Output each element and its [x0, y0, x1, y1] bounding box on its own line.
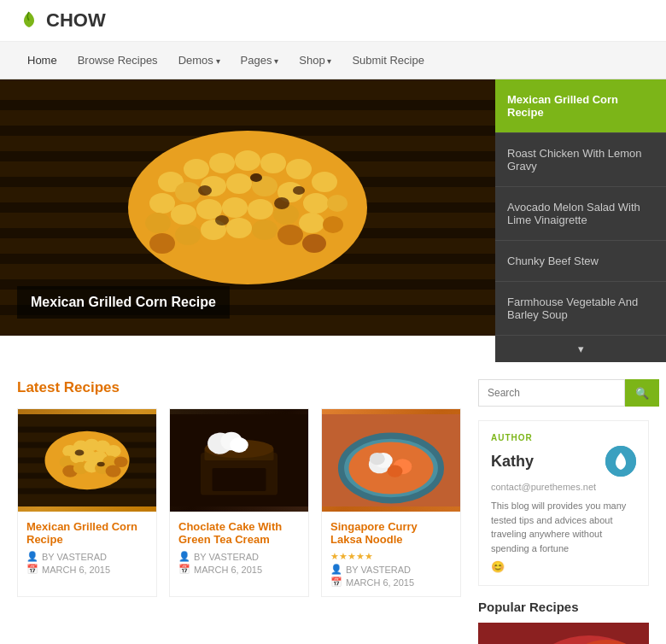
svg-point-21	[226, 173, 252, 194]
svg-point-70	[97, 462, 105, 466]
user-icon-2: 👤	[330, 564, 342, 575]
popular-recipes-title: Popular Recipes	[478, 600, 649, 614]
hero-section: Mexican Grilled Corn Recipe Mexican Gril…	[0, 79, 666, 362]
main-nav: Home Browse Recipes Demos Pages Shop Sub…	[0, 42, 666, 79]
calendar-icon-1: 📅	[178, 564, 190, 575]
author-name: Kathy	[491, 453, 534, 471]
latest-recipes-title: Latest Recipes	[17, 379, 461, 396]
hero-caption: Mexican Grilled Corn Recipe	[17, 286, 230, 319]
author-avatar	[605, 446, 636, 477]
hero-sidebar-item-2[interactable]: Avocado Melon Salad With Lime Vinaigrett…	[495, 187, 666, 241]
svg-point-16	[286, 159, 312, 179]
svg-point-27	[171, 204, 196, 225]
recipe-card-meta-2: ★★★★★ 👤 BY VASTERAD 📅 MARCH 6, 2015	[330, 551, 452, 588]
nav-browse-recipes[interactable]: Browse Recipes	[67, 42, 168, 79]
svg-point-29	[222, 197, 248, 218]
nav-home[interactable]: Home	[17, 42, 67, 79]
svg-point-39	[278, 225, 303, 245]
svg-point-44	[215, 215, 229, 225]
svg-point-41	[198, 185, 212, 196]
svg-point-42	[250, 173, 262, 182]
hero-sidebar: Mexican Grilled Corn Recipe Roast Chicke…	[495, 79, 666, 362]
svg-point-38	[252, 220, 278, 240]
svg-point-13	[209, 153, 235, 173]
svg-point-24	[303, 193, 329, 214]
recipe-date-2: 📅 MARCH 6, 2015	[330, 577, 452, 588]
svg-rect-78	[213, 468, 266, 491]
svg-point-35	[175, 225, 201, 245]
author-label: AUTHOR	[491, 433, 636, 442]
popular-card-0[interactable]: Chunky Beef Stew ★★★★★	[478, 623, 649, 644]
svg-point-68	[106, 465, 121, 477]
author-email: contact@purethemes.net	[491, 482, 636, 492]
svg-point-18	[149, 193, 175, 214]
main-content: Latest Recipes	[0, 362, 666, 644]
popular-img-svg	[478, 623, 649, 644]
svg-point-19	[175, 182, 201, 202]
svg-point-84	[370, 453, 385, 465]
svg-point-77	[230, 437, 248, 453]
svg-point-25	[327, 195, 348, 212]
recipe-author-2: 👤 BY VASTERAD	[330, 564, 452, 575]
logo[interactable]: CHOW	[17, 9, 106, 32]
svg-point-37	[226, 218, 252, 238]
header: CHOW	[0, 0, 666, 42]
svg-point-43	[274, 197, 289, 209]
recipe-card-img-2	[322, 409, 460, 512]
svg-point-45	[293, 186, 305, 195]
recipe-card-title-1[interactable]: Choclate Cake With Green Tea Cream	[178, 520, 300, 546]
svg-point-26	[145, 213, 171, 233]
recipe-card-title-2[interactable]: Singapore Curry Laksa Noodle	[330, 520, 452, 546]
recipe-author-1: 👤 BY VASTERAD	[178, 551, 300, 562]
recipe-date-0: 📅 MARCH 6, 2015	[26, 564, 148, 575]
recipe-date-1: 📅 MARCH 6, 2015	[178, 564, 300, 575]
recipe-card-meta-1: 👤 BY VASTERAD 📅 MARCH 6, 2015	[178, 551, 300, 575]
user-icon-1: 👤	[178, 551, 190, 562]
svg-point-17	[312, 172, 337, 192]
content-right: 🔍 AUTHOR Kathy contact@purethemes.net Th…	[478, 379, 649, 644]
logo-icon	[17, 9, 41, 32]
recipe-card-img-0	[18, 409, 156, 512]
recipe-card-img-1	[170, 409, 308, 512]
recipes-grid: Mexican Grilled Corn Recipe 👤 BY VASTERA…	[17, 408, 461, 597]
hero-sidebar-more[interactable]: ▾	[495, 336, 666, 362]
recipe-stars-2: ★★★★★	[330, 551, 452, 562]
svg-point-86	[388, 465, 403, 477]
svg-point-34	[149, 233, 175, 254]
nav-pages[interactable]: Pages	[231, 42, 289, 79]
svg-point-57	[106, 445, 121, 457]
recipe-card-1[interactable]: Choclate Cake With Green Tea Cream 👤 BY …	[169, 408, 309, 597]
popular-card-img-0	[478, 623, 649, 644]
calendar-icon-0: 📅	[26, 564, 38, 575]
recipe-card-body-0: Mexican Grilled Corn Recipe 👤 BY VASTERA…	[18, 512, 156, 583]
hero-sidebar-item-1[interactable]: Roast Chicken With Lemon Gravy	[495, 133, 666, 187]
recipe-card-meta-0: 👤 BY VASTERAD 📅 MARCH 6, 2015	[26, 551, 148, 575]
hero-sidebar-item-0[interactable]: Mexican Grilled Corn Recipe	[495, 79, 666, 133]
recipe-img-corn-svg	[18, 409, 156, 512]
nav-shop[interactable]: Shop	[289, 42, 342, 79]
svg-point-69	[75, 449, 85, 455]
search-box: 🔍	[478, 379, 649, 407]
svg-point-12	[184, 159, 209, 179]
svg-point-40	[302, 234, 326, 253]
author-row: Kathy	[491, 446, 636, 477]
nav-submit-recipe[interactable]: Submit Recipe	[342, 42, 435, 79]
recipe-card-body-2: Singapore Curry Laksa Noodle ★★★★★ 👤 BY …	[322, 512, 460, 596]
calendar-icon-2: 📅	[330, 577, 342, 588]
recipe-card-0[interactable]: Mexican Grilled Corn Recipe 👤 BY VASTERA…	[17, 408, 157, 597]
hero-sidebar-item-3[interactable]: Chunky Beef Stew	[495, 241, 666, 282]
recipe-card-body-1: Choclate Cake With Green Tea Cream 👤 BY …	[170, 512, 308, 583]
nav-demos[interactable]: Demos	[168, 42, 231, 79]
author-box: AUTHOR Kathy contact@purethemes.net This…	[478, 420, 649, 586]
search-input[interactable]	[478, 379, 625, 407]
hero-sidebar-item-4[interactable]: Farmhouse Vegetable And Barley Soup	[495, 282, 666, 336]
svg-point-33	[323, 216, 343, 233]
recipe-card-title-0[interactable]: Mexican Grilled Corn Recipe	[26, 520, 148, 546]
recipe-author-0: 👤 BY VASTERAD	[26, 551, 148, 562]
user-icon-0: 👤	[26, 551, 38, 562]
hero-image-container[interactable]: Mexican Grilled Corn Recipe	[0, 79, 495, 336]
recipe-card-2[interactable]: Singapore Curry Laksa Noodle ★★★★★ 👤 BY …	[321, 408, 461, 597]
recipe-img-cake-svg	[170, 409, 308, 512]
search-button[interactable]: 🔍	[625, 379, 659, 407]
author-desc: This blog will provides you many tested …	[491, 499, 636, 555]
